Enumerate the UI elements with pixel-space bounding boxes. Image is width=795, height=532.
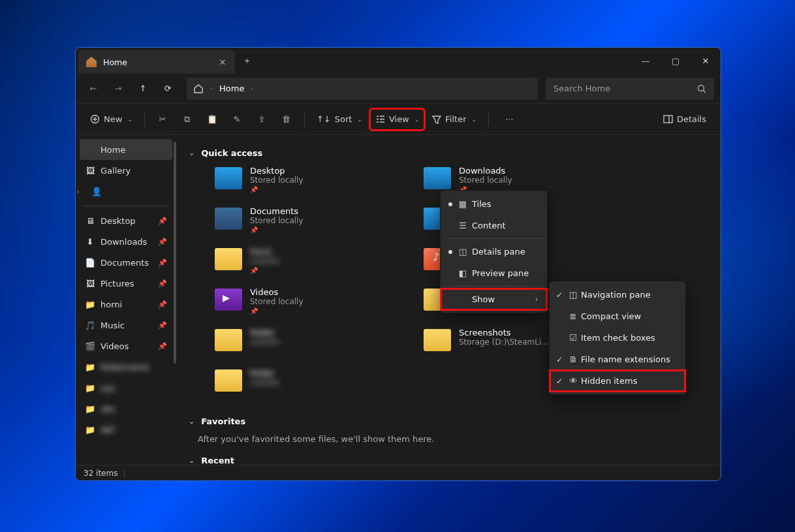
chevron-right-icon: › (535, 296, 538, 303)
view-button[interactable]: View⌄ (370, 109, 424, 130)
item-subtitle: Stored locally (250, 216, 304, 225)
svg-line-1 (704, 90, 706, 93)
scrollbar[interactable] (174, 142, 176, 364)
home-icon (85, 145, 95, 154)
tab-title: Home (103, 57, 211, 67)
filter-icon (432, 115, 441, 124)
quick-access-item[interactable]: folder subtitle (215, 328, 398, 364)
folder-icon: 📁 (85, 383, 95, 393)
pin-icon: 📌 (158, 321, 167, 330)
up-button[interactable]: ↑ (132, 78, 154, 99)
delete-button[interactable]: 🗑 (275, 109, 298, 130)
details-pane-button[interactable]: Details (658, 109, 711, 130)
pin-icon: 📌 (158, 238, 167, 246)
sidebar-item-desktop[interactable]: 🖥Desktop📌 (80, 210, 172, 231)
cut-button[interactable]: ✂ (151, 109, 174, 130)
folder-icon (424, 167, 451, 189)
share-button[interactable]: ⇪ (251, 109, 273, 130)
breadcrumb-home[interactable]: Home (219, 84, 244, 93)
chevron-right-icon: › (210, 85, 213, 92)
address-bar[interactable]: › Home › (187, 78, 538, 100)
quick-access-item[interactable]: Videos Stored locally 📌 (215, 287, 398, 324)
item-subtitle: subtitle (250, 337, 279, 347)
gallery-icon: 🖼 (85, 165, 95, 176)
download-icon: ⬇ (85, 236, 95, 247)
refresh-button[interactable]: ⟳ (157, 78, 179, 99)
item-subtitle: Stored locally (459, 176, 512, 185)
menu-item-tiles[interactable]: ▦Tiles (441, 193, 547, 215)
sidebar-item-videos[interactable]: 🎬Videos📌 (80, 336, 172, 356)
file-icon: 🗎 (568, 354, 578, 364)
close-window-button[interactable]: ✕ (691, 48, 721, 74)
new-tab-button[interactable]: ＋ (235, 48, 258, 74)
sidebar-item-music[interactable]: 🎵Music📌 (80, 315, 172, 336)
chevron-right-icon[interactable]: › (77, 188, 80, 195)
new-button[interactable]: New⌄ (85, 109, 138, 130)
item-name: Documents (250, 206, 304, 216)
folder-icon (215, 208, 242, 230)
sidebar-item-onedrive[interactable]: ›👤 (80, 181, 172, 202)
close-tab-icon[interactable]: ✕ (218, 57, 227, 67)
sidebar-item-folder[interactable]: 📁xyz (80, 377, 172, 398)
paste-button[interactable]: 📋 (201, 109, 223, 130)
folder-icon: 📁 (85, 362, 95, 372)
music-icon: 🎵 (85, 320, 95, 330)
view-list-icon (375, 114, 385, 124)
menu-item-hidden-items[interactable]: ✓👁Hidden items (550, 370, 685, 392)
menu-item-content[interactable]: ☰Content (441, 215, 547, 236)
menu-item-compact-view[interactable]: ≣Compact view (550, 305, 685, 327)
sidebar-item-folder[interactable]: 📁foldername (80, 356, 172, 377)
sidebar-item-pictures[interactable]: 🖼Pictures📌 (80, 273, 172, 294)
favorites-empty-text: After you've favorited some files, we'll… (198, 434, 709, 444)
sidebar-item-folder[interactable]: 📁horni📌 (80, 294, 172, 315)
sidebar-item-home[interactable]: Home (80, 139, 172, 160)
rename-button[interactable]: ✎ (226, 109, 248, 130)
sidebar-item-documents[interactable]: 📄Documents📌 (80, 252, 172, 273)
section-recent[interactable]: ⌄ Recent (189, 456, 709, 465)
item-name: Screenshots (459, 328, 549, 337)
quick-access-item[interactable]: Desktop Stored locally 📌 (215, 166, 398, 202)
forward-button[interactable]: → (107, 78, 129, 99)
pin-icon: 📌 (250, 267, 279, 274)
menu-item-preview-pane[interactable]: ◧Preview pane (441, 262, 547, 284)
menu-item-item-check-boxes[interactable]: ☑Item check boxes (550, 327, 685, 349)
search-input[interactable]: Search Home (546, 78, 714, 100)
menu-item-show[interactable]: Show› (441, 289, 547, 310)
folder-icon (215, 289, 242, 311)
radio-bullet-icon (448, 202, 452, 206)
folder-icon: 📁 (85, 403, 95, 414)
menu-item-details-pane[interactable]: ◫Details pane (441, 241, 547, 262)
filter-button[interactable]: Filter⌄ (427, 109, 482, 130)
pin-icon: 📌 (158, 258, 167, 267)
item-subtitle: subtitle (250, 257, 279, 266)
plus-circle-icon (90, 114, 100, 124)
section-quick-access[interactable]: ⌄ Quick access (189, 148, 709, 158)
quick-access-item[interactable]: folder subtitle (215, 368, 398, 405)
more-button[interactable]: ⋯ (498, 109, 520, 130)
home-breadcrumb-icon (193, 84, 204, 94)
maximize-button[interactable]: ▢ (661, 48, 691, 74)
quick-access-item[interactable]: horni subtitle 📌 (215, 247, 398, 283)
view-dropdown-menu: ▦Tiles ☰Content ◫Details pane ◧Preview p… (440, 190, 548, 313)
sidebar-item-folder[interactable]: 📁def (80, 419, 172, 440)
back-button[interactable]: ← (82, 78, 104, 99)
checkbox-icon: ☑ (568, 333, 578, 343)
sidebar-item-downloads[interactable]: ⬇Downloads📌 (80, 231, 172, 252)
check-icon: ✓ (556, 290, 563, 300)
navigation-pane[interactable]: Home 🖼Gallery ›👤 🖥Desktop📌 ⬇Downloads📌 📄… (76, 135, 177, 465)
section-favorites[interactable]: ⌄ Favorites (189, 416, 709, 426)
quick-access-item[interactable]: Documents Stored locally 📌 (215, 206, 398, 243)
copy-button[interactable]: ⧉ (176, 109, 198, 130)
folder-icon (215, 369, 242, 392)
item-count: 32 items (84, 469, 117, 478)
sort-button[interactable]: ↑↓ Sort⌄ (311, 109, 367, 130)
chevron-down-icon: ⌄ (189, 417, 195, 426)
minimize-button[interactable]: — (631, 48, 661, 74)
menu-item-file-name-extensions[interactable]: ✓🗎File name extensions (550, 349, 685, 370)
sidebar-item-gallery[interactable]: 🖼Gallery (80, 160, 172, 181)
menu-separator (444, 286, 543, 287)
tab-home[interactable]: Home ✕ (78, 50, 235, 74)
radio-bullet-icon (448, 250, 452, 254)
sidebar-item-folder[interactable]: 📁abc (80, 398, 172, 419)
menu-item-navigation-pane[interactable]: ✓◫Navigation pane (550, 284, 685, 305)
